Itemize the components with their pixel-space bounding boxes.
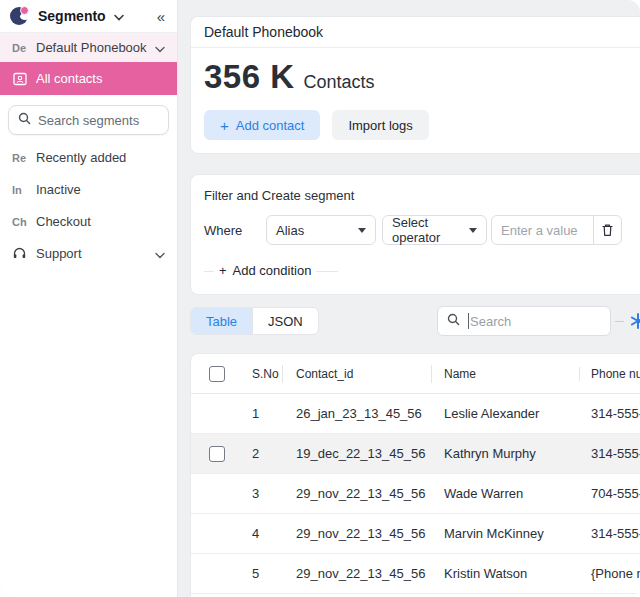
plus-icon: + [219,263,227,278]
field-select[interactable]: Alias [266,215,376,245]
cell-phone: 314-555-0 [579,526,640,541]
phonebook-label: Default Phonebook [36,40,147,55]
cell-sno: 1 [238,406,282,421]
collapse-sidebar-icon[interactable]: « [157,9,165,24]
add-contact-label: Add contact [236,118,305,133]
trash-icon [601,223,614,237]
search-segments-placeholder: Search segments [38,113,139,128]
add-condition-button[interactable]: +Add condition [204,261,338,281]
cell-name: Kathryn Murphy [431,446,579,461]
cell-phone: 704-555-0 [579,486,640,501]
phonebook-summary-card: Default Phonebook 356 K Contacts + Add c… [190,16,640,154]
search-placeholder: Search [470,314,511,329]
delete-condition-button[interactable] [594,216,621,244]
contact-card-icon [12,71,36,87]
table-body: 1 26_jan_23_13_45_56 Leslie Alexander 31… [191,394,640,594]
column-header-sno[interactable]: S.No [238,367,282,381]
field-select-value: Alias [276,223,304,238]
sidebar-item-checkout[interactable]: Ch Checkout [0,206,177,237]
contacts-count: 356 K Contacts [204,58,629,96]
plus-icon: + [220,117,229,134]
tab-json[interactable]: JSON [252,308,318,334]
segmento-logo-icon [10,6,30,26]
table-row[interactable]: 1 26_jan_23_13_45_56 Leslie Alexander 31… [191,394,640,434]
chevron-down-icon[interactable] [155,245,165,263]
cell-phone: {Phone nu [579,566,640,581]
column-header-name[interactable]: Name [431,367,579,381]
select-all-checkbox[interactable] [209,366,225,382]
chevron-down-icon[interactable] [114,7,124,25]
cell-contact-id: 29_nov_22_13_45_56 [282,486,431,501]
table-row[interactable]: 3 29_nov_22_13_45_56 Wade Warren 704-555… [191,474,640,514]
where-label: Where [204,223,266,238]
headphones-icon [12,246,36,261]
sidebar-item-all-contacts[interactable]: All contacts [0,62,177,95]
row-checkbox[interactable] [209,446,225,462]
segment-label: Inactive [36,182,81,197]
text-cursor [468,313,469,329]
phonebook-prefix: De [12,42,36,54]
view-tabs: Table JSON [190,307,319,335]
import-logs-button[interactable]: Import logs [332,110,428,140]
search-segments-input[interactable]: Search segments [8,105,169,135]
cell-name: Kristin Watson [431,566,579,581]
contacts-count-unit: Contacts [304,72,375,93]
chevron-down-icon[interactable] [155,39,165,57]
value-placeholder: Enter a value [501,223,578,238]
cell-sno: 4 [238,526,282,541]
table-row[interactable]: 2 19_dec_22_13_45_56 Kathryn Murphy 314-… [191,434,640,474]
sidebar-item-inactive[interactable]: In Inactive [0,174,177,205]
cell-contact-id: 26_jan_23_13_45_56 [282,406,431,421]
cell-phone: 314-555-0 [579,406,640,421]
table-header-row: S.No Contact_id Name Phone numb [191,354,640,394]
app-window: Segmento « De Default Phonebook All cont… [0,0,640,597]
caret-down-icon [358,228,366,233]
column-header-contact-id[interactable]: Contact_id [282,367,431,381]
operator-select[interactable]: Select operator [382,215,487,245]
sidebar-item-support[interactable]: Support [0,238,177,269]
segment-prefix: Ch [12,216,36,228]
cell-name: Wade Warren [431,486,579,501]
cell-name: Marvin McKinney [431,526,579,541]
cell-sno: 2 [238,446,282,461]
main-content: Default Phonebook 356 K Contacts + Add c… [178,0,640,597]
cell-name: Leslie Alexander [431,406,579,421]
cell-sno: 3 [238,486,282,501]
cell-sno: 5 [238,566,282,581]
sidebar-item-recently-added[interactable]: Re Recently added [0,142,177,173]
table-row[interactable]: 5 29_nov_22_13_45_56 Kristin Watson {Pho… [191,554,640,594]
cell-phone: 314-555-0 [579,446,640,461]
segment-prefix: Re [12,152,36,164]
table-row[interactable]: 4 29_nov_22_13_45_56 Marvin McKinney 314… [191,514,640,554]
sidebar-item-default-phonebook[interactable]: De Default Phonebook [0,33,177,62]
cell-contact-id: 19_dec_22_13_45_56 [282,446,431,461]
add-contact-button[interactable]: + Add contact [204,110,320,140]
cell-contact-id: 29_nov_22_13_45_56 [282,526,431,541]
divider [615,321,624,322]
segment-list: Re Recently added In Inactive Ch Checkou… [0,142,177,269]
brand-name: Segmento [38,8,106,24]
tab-table[interactable]: Table [191,308,252,334]
table-toolbar: Table JSON Search [190,306,640,336]
search-icon [447,312,460,330]
search-input[interactable]: Search [437,306,611,336]
add-condition-label: Add condition [233,263,312,278]
import-logs-label: Import logs [348,118,412,133]
sidebar: Segmento « De Default Phonebook All cont… [0,0,178,597]
column-header-phone[interactable]: Phone numb [579,367,640,381]
support-label: Support [36,246,82,261]
segment-prefix: In [12,184,36,196]
search-icon [18,111,31,129]
contacts-count-value: 356 K [204,58,295,96]
value-input[interactable]: Enter a value [492,216,594,244]
segment-label: Recently added [36,150,126,165]
filter-card: Filter and Create segment Where Alias Se… [190,174,640,295]
contacts-table: S.No Contact_id Name Phone numb 1 26_jan… [190,353,640,597]
all-contacts-label: All contacts [36,71,102,86]
filter-title: Filter and Create segment [204,188,629,203]
cell-contact-id: 29_nov_22_13_45_56 [282,566,431,581]
operator-select-value: Select operator [392,215,469,245]
caret-down-icon [469,228,477,233]
segment-label: Checkout [36,214,91,229]
segment-action-icon[interactable] [629,312,640,334]
